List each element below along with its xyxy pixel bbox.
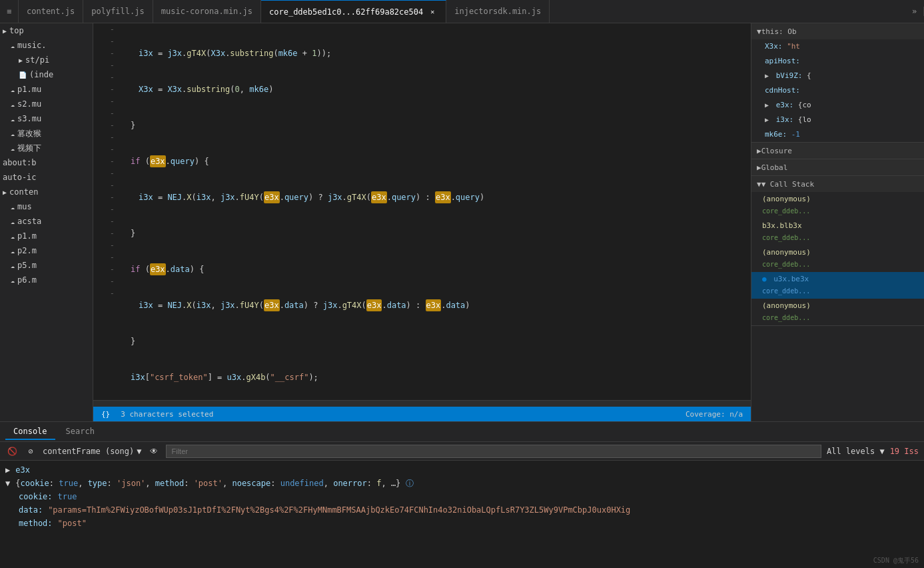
global-arrow: ▶	[757, 163, 761, 172]
code-line: X3x = X3x.substring(0, mk6e)	[125, 83, 751, 95]
tab-bar: ≡ content.js polyfill.js music-corona.mi…	[0, 0, 924, 23]
levels-select[interactable]: All levels ▼	[827, 447, 885, 456]
tab-more-button[interactable]: »	[905, 7, 924, 16]
scope-arrow: ▼	[757, 27, 761, 36]
sidebar-item-about[interactable]: about:b	[0, 155, 93, 170]
clear-console-button[interactable]: 🚫	[5, 445, 19, 458]
sidebar-item-label: acsta	[17, 217, 41, 226]
tab-close-button[interactable]: ✕	[427, 7, 438, 17]
sidebar-item-p1m[interactable]: ☁ p1.m	[0, 229, 93, 243]
code-container[interactable]: - - - - - - - - - - - - - - - - - - - -	[93, 23, 751, 400]
tab-search[interactable]: Search	[58, 424, 103, 440]
sidebar-item-acsta[interactable]: ☁ acsta	[0, 214, 93, 229]
call-stack-frame-4[interactable]: (anonymous) core_ddeb...	[751, 299, 924, 325]
frame-dropdown-icon: ▼	[137, 447, 141, 456]
sidebar-item-label: about:b	[3, 158, 37, 167]
sidebar-item-label: p5.m	[17, 261, 37, 270]
eye-icon[interactable]: 👁	[147, 445, 161, 458]
info-icon[interactable]: ⓘ	[406, 479, 414, 488]
tab-content-js[interactable]: content.js	[19, 0, 83, 23]
sidebar-item-label: s3.mu	[17, 114, 41, 123]
sidebar-item-tampmonkey[interactable]: ☁ 篡改猴	[0, 126, 93, 141]
frame-selector[interactable]: contentFrame (song) ▼	[43, 447, 142, 456]
call-stack-frame-1[interactable]: b3x.blb3x core_ddeb...	[751, 219, 924, 245]
scope-header[interactable]: ▼ this: Ob	[751, 23, 924, 39]
console-line-cookie: cookie: true	[5, 490, 919, 503]
tab-console[interactable]: Console	[5, 424, 55, 440]
call-stack-frame-0[interactable]: (anonymous) core_ddeb...	[751, 192, 924, 219]
code-line: if (e3x.data) {	[125, 263, 751, 275]
cloud-icon: ☁	[11, 101, 15, 108]
folder-icon: ▶	[3, 27, 7, 35]
debug-x3x: X3x: "ht	[751, 39, 924, 54]
sidebar-item-conten[interactable]: ▶ conten	[0, 185, 93, 199]
sidebar-item-top[interactable]: ▶ top	[0, 23, 93, 38]
sidebar-item-label: auto-ic	[3, 173, 37, 182]
global-title: Global	[761, 163, 788, 172]
debug-e3x: ▶ e3x: {co	[751, 98, 924, 113]
sidebar-item-label: music.	[17, 41, 46, 50]
sidebar-item-inde[interactable]: 📄 (inde	[0, 67, 93, 82]
file-tree-sidebar: ▶ top ☁ music. ▶ st/pi 📄 (inde ☁ p1.mu ☁…	[0, 23, 93, 421]
sidebar-item-auto[interactable]: auto-ic	[0, 170, 93, 185]
debug-panel: ▼ this: Ob X3x: "ht apiHost: ▶ bVi9Z: { …	[751, 23, 924, 421]
selected-count: 3 characters selected	[121, 410, 213, 419]
all-levels-label: All levels	[827, 447, 875, 456]
global-header[interactable]: ▶ Global	[751, 159, 924, 175]
issues-count-badge: 19 Iss	[890, 447, 919, 456]
sidebar-item-mus[interactable]: ☁ mus	[0, 199, 93, 214]
horizontal-scrollbar[interactable]	[93, 400, 751, 407]
call-stack-frame-3[interactable]: ● u3x.be3x core_ddeb...	[751, 272, 924, 299]
sidebar-item-music[interactable]: ☁ music.	[0, 38, 93, 53]
tab-polyfill-js[interactable]: polyfill.js	[83, 0, 153, 23]
sidebar-item-video[interactable]: ☁ 视频下	[0, 141, 93, 155]
tab-music-corona[interactable]: music-corona.min.js	[153, 0, 261, 23]
sidebar-item-s3mu[interactable]: ☁ s3.mu	[0, 111, 93, 126]
code-content[interactable]: i3x = j3x.gT4X(X3x.substring(mk6e + 1));…	[120, 23, 751, 400]
console-line-method: method: "post"	[5, 517, 919, 530]
sidebar-item-label: (inde	[29, 70, 53, 79]
code-line: i3x["csrf_token"] = u3x.gX4b("__csrf");	[125, 371, 751, 383]
tab-core-ddeb[interactable]: core_ddeb5ed1c0...62ff69a82ce504 ✕	[261, 0, 446, 23]
line-numbers: - - - - - - - - - - - - - - - - - - - -	[93, 23, 120, 400]
console-filter-input[interactable]	[166, 445, 821, 458]
debug-apihost: apiHost:	[751, 54, 924, 69]
debug-i3x: ▶ i3x: {lo	[751, 113, 924, 127]
sidebar-item-stpi[interactable]: ▶ st/pi	[0, 53, 93, 67]
toggle-console-button[interactable]: ⊘	[24, 445, 37, 458]
cloud-icon: ☁	[11, 145, 15, 152]
code-line: }	[125, 335, 751, 347]
sidebar-item-label: st/pi	[25, 55, 49, 65]
code-line: i3x = NEJ.X(i3x, j3x.fU4Y(e3x.data) ? j3…	[125, 299, 751, 311]
cloud-icon: ☁	[11, 262, 15, 269]
tab-label: core_ddeb5ed1c0...62ff69a82ce504	[269, 7, 423, 17]
tab-nav-left[interactable]: ≡	[0, 0, 19, 23]
global-section: ▶ Global	[751, 159, 924, 176]
sidebar-item-p5m[interactable]: ☁ p5.m	[0, 258, 93, 273]
call-stack-arrow: ▼	[757, 180, 761, 189]
scope-section: ▼ this: Ob X3x: "ht apiHost: ▶ bVi9Z: { …	[751, 23, 924, 143]
call-stack-frame-2[interactable]: (anonymous) core_ddeb...	[751, 245, 924, 272]
folder-icon: ▶	[3, 189, 7, 196]
sidebar-item-s2mu[interactable]: ☁ s2.mu	[0, 97, 93, 111]
console-line-obj: ▼ {cookie: true, type: 'json', method: '…	[5, 477, 919, 490]
call-stack-header[interactable]: ▼ ▼ Call Stack	[751, 176, 924, 192]
sidebar-item-label: mus	[17, 202, 32, 211]
frame-label: contentFrame (song)	[43, 447, 134, 456]
closure-title: Closure	[761, 147, 792, 155]
console-tab-label: Console	[13, 427, 47, 436]
sidebar-item-p1mu[interactable]: ☁ p1.mu	[0, 82, 93, 97]
sidebar-item-label: p2.m	[17, 246, 37, 255]
sidebar-item-p2m[interactable]: ☁ p2.m	[0, 243, 93, 258]
status-bar: {} 3 characters selected Coverage: n/a	[93, 407, 751, 421]
closure-header[interactable]: ▶ Closure	[751, 143, 924, 159]
file-icon: 📄	[19, 71, 27, 79]
tab-injectorsdk[interactable]: injectorsdk.min.js	[446, 0, 550, 23]
sidebar-item-p6m[interactable]: ☁ p6.m	[0, 273, 93, 287]
closure-arrow: ▶	[757, 147, 761, 155]
code-line: }	[125, 119, 751, 131]
overflow-tab-btn[interactable]: »	[905, 7, 924, 16]
folder-icon: ▶	[19, 57, 23, 64]
closure-section: ▶ Closure	[751, 143, 924, 159]
curly-braces-icon: {}	[101, 410, 110, 419]
